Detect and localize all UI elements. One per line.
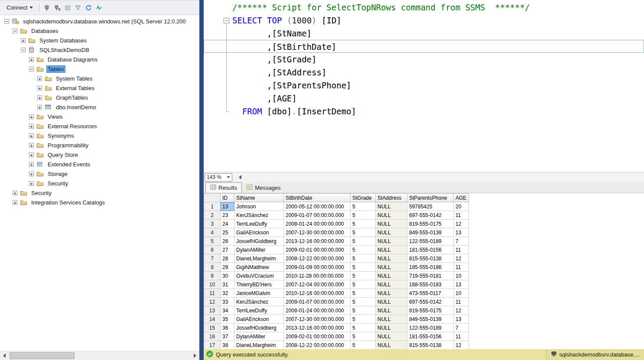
zoom-dropdown[interactable]: 143 % bbox=[205, 173, 232, 182]
grid-cell[interactable]: 2008-01-24 00:00:00.000 bbox=[284, 220, 351, 228]
grid-cell[interactable]: 24 bbox=[221, 220, 234, 228]
connect-plug-icon[interactable] bbox=[42, 3, 52, 13]
grid-cell[interactable]: NULL bbox=[376, 324, 407, 332]
grid-cell[interactable]: 30 bbox=[221, 272, 234, 280]
scroll-right-arrow-icon[interactable] bbox=[191, 351, 199, 360]
grid-cell[interactable]: 5 bbox=[351, 237, 376, 246]
grid-cell[interactable]: 5 bbox=[351, 341, 376, 350]
grid-cell[interactable]: 23 bbox=[221, 211, 234, 220]
sql-editor[interactable]: /****** Script for SelectTopNRows comman… bbox=[204, 0, 644, 172]
expand-toggle-icon[interactable]: + bbox=[29, 114, 34, 119]
grid-cell[interactable]: 20 bbox=[454, 202, 469, 211]
grid-row-header[interactable]: 9 bbox=[204, 272, 221, 280]
grid-cell[interactable]: 5 bbox=[351, 332, 376, 341]
disconnect-plug-icon[interactable] bbox=[52, 3, 62, 13]
grid-row-header[interactable]: 16 bbox=[204, 332, 221, 341]
grid-cell[interactable]: 181-555-0156 bbox=[407, 246, 454, 254]
grid-column-header-id[interactable]: ID bbox=[221, 194, 234, 202]
expand-toggle-icon[interactable]: + bbox=[29, 124, 34, 129]
grid-cell[interactable]: 34 bbox=[221, 306, 234, 315]
grid-cell[interactable]: 5 bbox=[351, 263, 376, 272]
grid-row-header[interactable]: 10 bbox=[204, 280, 221, 289]
grid-cell[interactable]: 2008-12-22 00:00:00.000 bbox=[284, 341, 351, 350]
grid-row-header[interactable]: 3 bbox=[204, 220, 221, 228]
grid-cell[interactable]: GailAErickson bbox=[234, 228, 284, 237]
grid-cell[interactable]: 849-555-0139 bbox=[407, 228, 454, 237]
grid-cell[interactable]: 5 bbox=[351, 280, 376, 289]
grid-row-header[interactable]: 11 bbox=[204, 289, 221, 298]
grid-cell[interactable]: 5 bbox=[351, 272, 376, 280]
expand-toggle-icon[interactable]: + bbox=[29, 172, 34, 176]
grid-cell[interactable]: DianeLMargheim bbox=[234, 341, 284, 350]
code-line-9[interactable]: FROM [dbo].[InsertDemo] bbox=[204, 105, 644, 118]
tree-item-views[interactable]: +Views bbox=[0, 112, 199, 121]
grid-cell[interactable]: 27 bbox=[221, 246, 234, 254]
grid-cell[interactable]: 2010-11-28 00:00:00.000 bbox=[284, 272, 351, 280]
grid-row-header[interactable]: 2 bbox=[204, 211, 221, 220]
grid-cell[interactable]: 849-555-0139 bbox=[407, 315, 454, 324]
grid-cell[interactable]: NULL bbox=[376, 202, 407, 211]
grid-corner-header[interactable] bbox=[204, 194, 221, 202]
grid-row-header[interactable]: 15 bbox=[204, 324, 221, 332]
grid-cell[interactable]: 13 bbox=[454, 280, 469, 289]
expand-toggle-icon[interactable]: + bbox=[13, 191, 17, 195]
grid-cell[interactable]: 2008-01-24 00:00:00.000 bbox=[284, 306, 351, 315]
grid-cell[interactable]: 10 bbox=[454, 289, 469, 298]
collapse-toggle-icon[interactable]: − bbox=[13, 29, 17, 33]
grid-cell[interactable]: 11 bbox=[454, 298, 469, 306]
scrollbar-thumb[interactable] bbox=[10, 352, 75, 359]
grid-row-header[interactable]: 4 bbox=[204, 228, 221, 237]
grid-cell[interactable]: 168-555-0183 bbox=[407, 280, 454, 289]
tree-item-storage[interactable]: +Storage bbox=[0, 169, 199, 178]
explorer-horizontal-scrollbar[interactable] bbox=[0, 351, 199, 360]
tree-item-system-databases[interactable]: +System Databases bbox=[0, 36, 199, 45]
tree-item-external-tables[interactable]: +External Tables bbox=[0, 83, 199, 93]
connect-button[interactable]: Connect bbox=[3, 2, 37, 13]
grid-cell[interactable]: NULL bbox=[376, 306, 407, 315]
grid-cell[interactable]: 7 bbox=[454, 324, 469, 332]
grid-cell[interactable]: 697-555-0142 bbox=[407, 211, 454, 220]
expand-toggle-icon[interactable]: + bbox=[37, 86, 42, 91]
expand-toggle-icon[interactable]: + bbox=[29, 57, 34, 62]
grid-cell[interactable]: 815-555-0138 bbox=[407, 254, 454, 263]
grid-cell[interactable]: 5 bbox=[351, 246, 376, 254]
tree-item-security[interactable]: +Security bbox=[0, 188, 199, 198]
collapse-toggle-icon[interactable]: − bbox=[21, 48, 26, 52]
grid-cell[interactable]: 719-555-0181 bbox=[407, 272, 454, 280]
grid-row-header[interactable]: 13 bbox=[204, 306, 221, 315]
grid-row-header[interactable]: 6 bbox=[204, 246, 221, 254]
tab-results[interactable]: Results bbox=[205, 182, 242, 193]
grid-column-header-stgrade[interactable]: StGrade bbox=[351, 194, 376, 202]
code-line-5[interactable]: ,[StGrade] bbox=[204, 53, 644, 66]
tree-item-synonyms[interactable]: +Synonyms bbox=[0, 131, 199, 140]
grid-cell[interactable]: 5 bbox=[351, 315, 376, 324]
code-line-3[interactable]: ,[StName] bbox=[204, 27, 644, 40]
grid-cell[interactable]: 697-555-0142 bbox=[407, 298, 454, 306]
grid-cell[interactable]: NULL bbox=[376, 272, 407, 280]
grid-cell[interactable]: 2008-12-22 00:00:00.000 bbox=[284, 254, 351, 263]
grid-cell[interactable]: NULL bbox=[376, 315, 407, 324]
grid-cell[interactable]: Johnson bbox=[234, 202, 284, 211]
tree-item-graphtables[interactable]: +GraphTables bbox=[0, 93, 199, 102]
code-line-4-current[interactable]: ,[StBirthDate] bbox=[204, 40, 644, 53]
tree-item-programmability[interactable]: +Programmability bbox=[0, 140, 199, 150]
grid-cell[interactable]: NULL bbox=[376, 246, 407, 254]
grid-cell[interactable]: 2013-12-16 00:00:00.000 bbox=[284, 324, 351, 332]
grid-cell[interactable]: 29 bbox=[221, 263, 234, 272]
editor-scrollbar-track[interactable] bbox=[244, 172, 644, 182]
grid-cell[interactable]: 2009-01-09 00:00:00.000 bbox=[284, 263, 351, 272]
scrollbar-track[interactable] bbox=[9, 351, 191, 360]
scroll-left-arrow-icon[interactable] bbox=[0, 351, 9, 360]
grid-cell[interactable]: 12 bbox=[454, 220, 469, 228]
code-line-6[interactable]: ,[StAddress] bbox=[204, 66, 644, 79]
grid-cell[interactable]: 5 bbox=[351, 202, 376, 211]
grid-cell[interactable]: JossefHGoldberg bbox=[234, 237, 284, 246]
grid-row-header[interactable]: 7 bbox=[204, 254, 221, 263]
grid-cell[interactable]: 10 bbox=[454, 272, 469, 280]
collapse-toggle-icon[interactable]: − bbox=[4, 19, 9, 24]
tree-item-security[interactable]: +Security bbox=[0, 178, 199, 188]
grid-cell[interactable]: 5 bbox=[351, 289, 376, 298]
grid-cell[interactable]: 12 bbox=[454, 254, 469, 263]
grid-cell[interactable]: 33 bbox=[221, 298, 234, 306]
grid-cell[interactable]: 28 bbox=[221, 254, 234, 263]
